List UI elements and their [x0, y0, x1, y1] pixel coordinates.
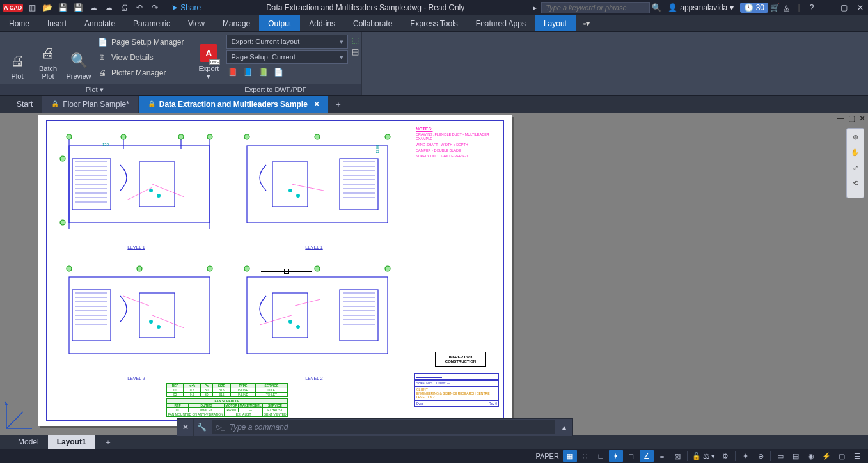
drawing-canvas[interactable]: — ▢ ✕ ⊛ ✋ ⤢ ⟲ NOTES: DRAWING: FLEXIBLE D…: [0, 113, 868, 435]
save-icon[interactable]: 💾: [58, 3, 68, 13]
app-store-icon[interactable]: ◬: [781, 3, 791, 13]
orbit-icon[interactable]: ⟲: [849, 177, 861, 189]
page-setup-combo[interactable]: Page Setup: Current ▾: [226, 50, 348, 64]
panel-plot-title[interactable]: Plot ▾: [0, 84, 189, 95]
tab-annotate[interactable]: Annotate: [75, 15, 124, 31]
doc-minimize-icon[interactable]: —: [837, 114, 844, 123]
close-tab-icon[interactable]: ✕: [314, 96, 319, 113]
tab-featured[interactable]: Featured Apps: [467, 15, 535, 31]
redo-icon[interactable]: ↷: [150, 3, 160, 13]
svg-point-58: [67, 266, 72, 271]
snap-toggle[interactable]: ⸬: [578, 450, 592, 462]
plot-button[interactable]: 🖨 Plot: [3, 35, 32, 81]
zoom-icon[interactable]: ⤢: [849, 162, 861, 173]
export-button[interactable]: A DWF Export▾: [192, 35, 225, 81]
cleanscreen-icon[interactable]: ▢: [835, 450, 849, 462]
model-tab[interactable]: Model: [9, 435, 48, 449]
polar-toggle[interactable]: ✶: [609, 450, 623, 462]
layout1-tab[interactable]: Layout1: [48, 435, 95, 449]
pan-icon[interactable]: ✋: [849, 146, 861, 158]
cart-icon[interactable]: 🛒: [769, 3, 780, 13]
ribbon-minimize[interactable]: ▫▾: [583, 15, 590, 31]
ortho-toggle[interactable]: ∟: [594, 450, 608, 462]
view-details[interactable]: 🗎 View Details: [95, 50, 186, 65]
batch-plot-button[interactable]: 🖨 Batch Plot: [33, 35, 63, 81]
open-icon[interactable]: 📂: [42, 3, 52, 13]
tab-express[interactable]: Express Tools: [401, 15, 466, 31]
quickprops-icon[interactable]: ▤: [789, 450, 803, 462]
export-dwfx-icon[interactable]: 📗: [257, 67, 269, 78]
tab-insert[interactable]: Insert: [38, 15, 75, 31]
transparency-toggle[interactable]: ▧: [670, 450, 684, 462]
tab-view[interactable]: View: [179, 15, 214, 31]
help-icon[interactable]: ?: [807, 3, 817, 13]
svg-rect-39: [272, 162, 308, 207]
tab-manage[interactable]: Manage: [214, 15, 259, 31]
export-pdf-icon[interactable]: 📕: [226, 67, 238, 78]
tab-addins[interactable]: Add-ins: [300, 15, 344, 31]
isolate-icon[interactable]: ◉: [804, 450, 818, 462]
trial-clock[interactable]: 🕓 30: [740, 3, 768, 13]
export-combo-value: Export: Current layout: [231, 38, 299, 45]
osnap-toggle[interactable]: ◻: [624, 450, 638, 462]
annotation-monitor-icon[interactable]: ⊕: [754, 450, 768, 462]
search-input[interactable]: [541, 2, 650, 13]
space-indicator[interactable]: PAPER: [535, 452, 558, 460]
saveas-icon[interactable]: 💾: [73, 3, 83, 13]
customize-status-icon[interactable]: ☰: [850, 450, 864, 462]
tab-collaborate[interactable]: Collaborate: [344, 15, 401, 31]
navwheel-icon[interactable]: ⊛: [849, 131, 861, 143]
cmd-history-icon[interactable]: ▴: [556, 419, 572, 436]
cmd-input[interactable]: Type a command: [230, 423, 288, 432]
restore-icon[interactable]: ▢: [839, 3, 849, 13]
lineweight-toggle[interactable]: ≡: [655, 450, 669, 462]
export-3d-icon[interactable]: 📄: [272, 67, 284, 78]
tab-layout[interactable]: Layout: [535, 15, 576, 31]
units-icon[interactable]: ▭: [773, 450, 787, 462]
close-icon[interactable]: ✕: [855, 3, 865, 13]
page-setup-manager[interactable]: 📄 Page Setup Manager: [95, 35, 186, 50]
annoscale-icon[interactable]: ⚙: [718, 450, 732, 462]
tab-parametric[interactable]: Parametric: [124, 15, 179, 31]
otrack-toggle[interactable]: ∠: [640, 450, 654, 462]
tab-floorplan[interactable]: 🔒 Floor Plan Sample*: [42, 96, 138, 113]
tab-dataextraction-label: Data Extraction and Multileaders Sample: [159, 96, 308, 113]
hardware-accel-icon[interactable]: ⚡: [819, 450, 833, 462]
annotation-scale[interactable]: 🔓 ⚖ ▾: [690, 450, 717, 462]
command-bar[interactable]: ✕ 🔧 ▷_ Type a command ▴: [177, 418, 573, 436]
undo-icon[interactable]: ↶: [134, 3, 145, 13]
ucs-icon: [4, 399, 36, 431]
window-title: Data Extraction and Multileaders Sample.…: [202, 3, 528, 12]
username: appsmalavida: [680, 3, 727, 12]
issue-stamp: ISSUED FOR CONSTRUCTION: [435, 352, 486, 367]
export-options-icon[interactable]: ▤: [352, 47, 359, 56]
share-button[interactable]: ➤ Share: [171, 3, 201, 12]
export-combo[interactable]: Export: Current layout ▾: [226, 35, 348, 49]
preview-button[interactable]: 🔍 Preview: [64, 35, 93, 81]
tab-start[interactable]: Start: [8, 96, 42, 113]
search-icon[interactable]: 🔍: [651, 3, 661, 13]
doc-close-icon[interactable]: ✕: [859, 114, 865, 123]
new-icon[interactable]: ▥: [27, 3, 37, 13]
workspace-icon[interactable]: ✦: [738, 450, 752, 462]
tab-dataextraction[interactable]: 🔒 Data Extraction and Multileaders Sampl…: [139, 96, 329, 113]
cmd-customize-icon[interactable]: 🔧: [194, 419, 210, 436]
plot-icon[interactable]: 🖨: [119, 3, 129, 13]
export-window-icon[interactable]: ⬚: [352, 36, 359, 45]
add-tab[interactable]: ＋: [329, 96, 348, 113]
doc-restore-icon[interactable]: ▢: [848, 114, 855, 123]
tab-output[interactable]: Output: [259, 15, 300, 31]
cmd-close-icon[interactable]: ✕: [177, 419, 194, 436]
web-open-icon[interactable]: ☁: [88, 3, 99, 13]
minimize-icon[interactable]: —: [822, 3, 832, 13]
plotter-manager[interactable]: 🖨 Plotter Manager: [95, 65, 186, 81]
export-dwf-icon[interactable]: 📘: [242, 67, 253, 78]
tab-home[interactable]: Home: [0, 15, 38, 31]
grid-toggle[interactable]: ▦: [563, 450, 577, 462]
search-arrow-icon[interactable]: ▸: [530, 3, 540, 13]
web-save-icon[interactable]: ☁: [104, 3, 114, 13]
user-menu[interactable]: 👤 appsmalavida ▾: [668, 3, 734, 12]
navigation-bar[interactable]: ⊛ ✋ ⤢ ⟲: [846, 128, 864, 198]
lock-icon: 🔒: [148, 96, 155, 113]
add-layout-tab[interactable]: ＋: [95, 435, 113, 449]
